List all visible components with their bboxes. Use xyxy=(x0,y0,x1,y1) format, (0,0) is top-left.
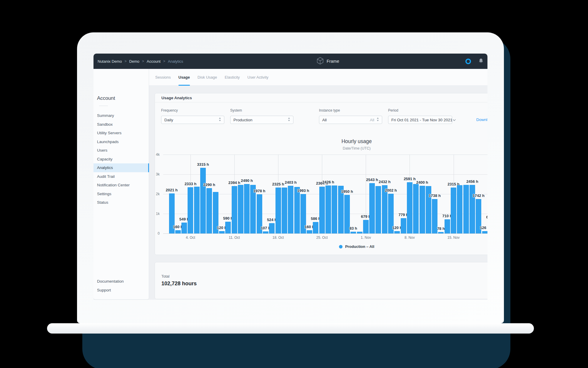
select-value: All xyxy=(322,118,370,122)
sidebar-item-launchpads[interactable]: Launchpads xyxy=(93,137,149,146)
usage-bar[interactable] xyxy=(394,231,400,233)
breadcrumb-separator: > xyxy=(163,59,165,63)
total-card: Total 102,728 hours xyxy=(155,262,487,299)
usage-bar[interactable] xyxy=(482,231,488,233)
select-secondary-value: All xyxy=(370,118,374,122)
panel-title: Usage Analytics xyxy=(161,96,192,100)
usage-bar[interactable] xyxy=(188,187,193,233)
select-value: Fri Oct 01 2021 - Tue Nov 30 2021 xyxy=(391,118,452,122)
usage-bar[interactable] xyxy=(407,182,412,233)
usage-bar[interactable] xyxy=(307,230,312,233)
y-axis-tick: 3k xyxy=(150,172,160,176)
breadcrumb-separator: > xyxy=(142,59,144,63)
usage-bar[interactable] xyxy=(369,183,375,233)
y-axis-tick: 2k xyxy=(150,192,160,196)
usage-bar[interactable] xyxy=(319,187,325,233)
bar-value-label: 2002 h xyxy=(382,188,400,193)
usage-bar[interactable] xyxy=(401,218,406,233)
breadcrumb[interactable]: Nutanix Demo>Demo>Account>Analytics xyxy=(98,54,183,69)
frequency-select[interactable]: Daily xyxy=(161,116,224,124)
bar-value-label: 2426 h xyxy=(319,180,338,184)
breadcrumb-item[interactable]: Account xyxy=(147,59,161,64)
x-axis-tick: 11. Oct xyxy=(225,236,243,240)
usage-bar[interactable] xyxy=(463,185,469,233)
usage-bar[interactable] xyxy=(445,219,450,233)
usage-bar[interactable] xyxy=(375,186,381,233)
gridline-horizontal xyxy=(163,155,487,155)
usage-bar[interactable] xyxy=(206,188,212,233)
usage-bar[interactable] xyxy=(275,188,281,233)
usage-bar[interactable] xyxy=(200,168,206,233)
usage-bar[interactable] xyxy=(238,185,243,233)
usage-bar[interactable] xyxy=(194,187,200,233)
breadcrumb-item[interactable]: Nutanix Demo xyxy=(98,59,122,64)
tab-sessions[interactable]: Sessions xyxy=(155,69,171,86)
sidebar-item-sandbox[interactable]: Sandbox xyxy=(93,120,149,129)
sidebar-item-audit-trail[interactable]: Audit Trail xyxy=(93,172,149,181)
usage-bar[interactable] xyxy=(357,232,363,233)
tab-user-activity[interactable]: User Activity xyxy=(248,69,269,86)
panel-header: Usage Analytics xyxy=(155,93,487,102)
usage-bar[interactable] xyxy=(325,185,331,233)
usage-bar[interactable] xyxy=(438,232,444,233)
usage-bar[interactable] xyxy=(219,231,225,233)
frame-app: Nutanix Demo>Demo>Account>Analytics Fram… xyxy=(93,54,487,300)
usage-bar[interactable] xyxy=(232,186,237,233)
breadcrumb-item[interactable]: Demo xyxy=(129,59,139,64)
tab-elasticity[interactable]: Elasticity xyxy=(225,69,240,86)
bar-value-label: 1993 h xyxy=(294,188,313,193)
sidebar-item-notification-center[interactable]: Notification Center xyxy=(93,181,149,190)
sidebar-divider xyxy=(99,106,108,106)
usage-bar[interactable] xyxy=(282,188,287,233)
x-axis-tick: 15. Nov xyxy=(445,236,462,240)
bar-value-label: 1950 h xyxy=(338,189,356,194)
tab-usage[interactable]: Usage xyxy=(178,69,190,86)
filter-label-period: Period xyxy=(388,108,398,112)
period-select[interactable]: Fri Oct 01 2021 - Tue Nov 30 2021 xyxy=(388,116,452,124)
usage-bar[interactable] xyxy=(181,223,187,233)
usage-bar[interactable] xyxy=(332,185,337,233)
usage-bar[interactable] xyxy=(413,184,419,233)
tab-strip: SessionsUsageDisk UsageElasticityUser Ac… xyxy=(149,69,487,86)
usage-bar[interactable] xyxy=(263,231,268,233)
sidebar-item-capacity[interactable]: Capacity xyxy=(93,155,149,164)
x-axis-tick: 1. Nov xyxy=(357,236,375,240)
system-select[interactable]: Production xyxy=(230,116,293,124)
download-link[interactable]: Download xyxy=(476,117,487,122)
usage-bar[interactable] xyxy=(244,184,250,233)
sidebar-item-settings[interactable]: Settings xyxy=(93,190,149,198)
usage-bar[interactable] xyxy=(470,185,475,233)
bar-value-label: 2290 h xyxy=(200,183,219,187)
chevron-down-icon xyxy=(452,117,456,122)
usage-bar[interactable] xyxy=(313,222,318,233)
usage-bar[interactable] xyxy=(350,232,356,233)
notifications-bell-icon[interactable] xyxy=(479,58,483,64)
usage-bar[interactable] xyxy=(457,185,462,233)
instance-type-select[interactable]: AllAll xyxy=(319,116,382,124)
usage-bar[interactable] xyxy=(451,188,456,233)
sidebar-footer-documentation[interactable]: Documentation xyxy=(93,277,149,286)
avatar-ring-icon[interactable] xyxy=(465,59,471,64)
tab-disk-usage[interactable]: Disk Usage xyxy=(198,69,217,86)
y-axis-tick: 0 xyxy=(150,231,160,236)
usage-bar[interactable] xyxy=(269,223,275,233)
usage-bar[interactable] xyxy=(363,220,369,233)
usage-bar[interactable] xyxy=(420,186,425,233)
sidebar-item-analytics[interactable]: Analytics xyxy=(93,163,149,172)
sidebar-item-users[interactable]: Users xyxy=(93,146,149,155)
select-value: Production xyxy=(233,118,288,122)
usage-bar[interactable] xyxy=(175,230,181,233)
breadcrumb-item[interactable]: Analytics xyxy=(168,59,183,64)
bar-value-label: 1978 h xyxy=(250,189,269,193)
sidebar-footer-support[interactable]: Support xyxy=(93,286,149,294)
bar-value-label: 83 h xyxy=(344,226,363,231)
usage-bar[interactable] xyxy=(288,186,293,233)
usage-bar[interactable] xyxy=(225,222,231,233)
total-value: 102,728 hours xyxy=(161,281,197,287)
sidebar-item-summary[interactable]: Summary xyxy=(93,111,149,120)
x-axis-tick: 18. Oct xyxy=(269,236,287,240)
sidebar-item-status[interactable]: Status xyxy=(93,198,149,207)
breadcrumb-separator: > xyxy=(124,59,126,63)
usage-bar[interactable] xyxy=(294,187,300,233)
sidebar-item-utility-servers[interactable]: Utility Servers xyxy=(93,129,149,137)
